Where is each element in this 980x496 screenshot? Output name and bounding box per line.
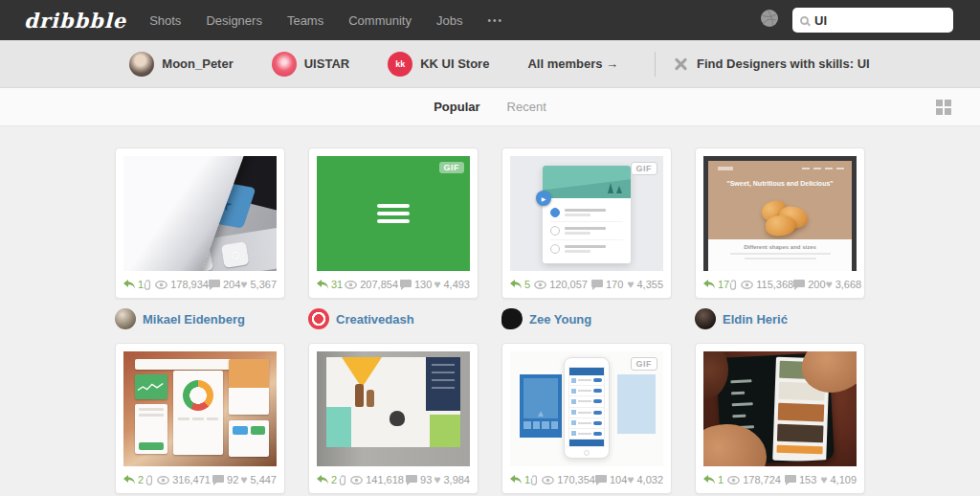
rebound-count[interactable]: 5 — [510, 279, 530, 290]
views-count[interactable]: 316,471 — [145, 474, 211, 485]
views-count[interactable]: 178,934 — [144, 279, 209, 290]
author-name[interactable]: Eldin Herić — [723, 312, 788, 327]
thumb-art — [578, 412, 591, 414]
shot-author[interactable]: Eldin Herić — [695, 308, 865, 329]
tab-popular[interactable]: Popular — [434, 100, 479, 114]
likes-count[interactable]: ♥3,984 — [434, 474, 470, 485]
views-count[interactable]: 207,854 — [345, 279, 398, 290]
author-name[interactable]: Mikael Eidenberg — [143, 312, 245, 327]
member-moon-peter[interactable]: Moon_Peter — [129, 52, 233, 77]
heart-icon: ♥ — [820, 474, 827, 485]
shot-stats: 1178,934204♥5,367 — [123, 279, 277, 290]
dribbble-logo[interactable]: dribbble — [24, 9, 126, 33]
views-count[interactable]: 115,368 — [729, 279, 793, 290]
nav-item-designers[interactable]: Designers — [206, 13, 262, 28]
author-avatar[interactable] — [308, 308, 329, 329]
rebound-count[interactable]: 1 — [703, 474, 724, 485]
comments-count[interactable]: 170 — [591, 279, 623, 290]
comments-count[interactable]: 130 — [400, 279, 432, 290]
likes-count[interactable]: ♥4,109 — [820, 474, 857, 485]
shot-author[interactable]: Creativedash — [308, 308, 479, 329]
nav-item-community[interactable]: Community — [348, 13, 412, 28]
thumb-art — [432, 379, 455, 381]
thumb-art — [565, 250, 590, 253]
author-avatar[interactable] — [501, 308, 523, 329]
shot-card[interactable]: GIF31207,854130♥4,493 — [308, 147, 479, 299]
shot-card[interactable]: 1178,724153♥4,109 — [695, 343, 865, 494]
thumb-art: Different shapes and sizes — [708, 244, 852, 250]
thumb-art — [390, 411, 405, 426]
comment-icon — [785, 475, 796, 485]
nav-item-teams[interactable]: Teams — [287, 13, 323, 28]
rebound-count[interactable]: 31 — [317, 279, 343, 290]
thumb-art — [732, 402, 753, 406]
member-uistar[interactable]: UISTAR — [272, 52, 349, 77]
member-kk-ui-store[interactable]: kkKK UI Store — [388, 52, 489, 77]
rebound-count[interactable]: 1 — [123, 279, 144, 290]
comments-count[interactable]: 104 — [595, 474, 627, 485]
shot-card[interactable]: ▲GIF1170,354104♥4,032 — [501, 343, 672, 494]
shot-card[interactable]: ★☁⚙1178,934204♥5,367 — [115, 147, 285, 299]
comments-count[interactable]: 204 — [209, 279, 240, 290]
thumb-art: "Sweet, Nutritious and Delicious" — [708, 180, 852, 187]
author-name[interactable]: Zee Young — [529, 312, 591, 327]
comments-count[interactable]: 200 — [793, 279, 825, 290]
thumb-art — [367, 390, 374, 407]
shot-stats: 5120,057170♥4,355 — [510, 279, 663, 290]
comments-count[interactable]: 93 — [406, 474, 432, 485]
author-name[interactable]: Creativedash — [336, 312, 414, 327]
all-members-link[interactable]: All members → — [527, 56, 618, 71]
shot-card[interactable]: 2316,47192♥5,447 — [115, 343, 285, 494]
shot-card[interactable]: ▶GIF5120,057170♥4,355 — [501, 147, 672, 299]
rebound-count[interactable]: 1 — [510, 474, 530, 485]
shot-thumbnail[interactable] — [123, 351, 277, 466]
likes-count[interactable]: ♥3,668 — [826, 279, 862, 290]
views-count[interactable]: 170,354 — [530, 474, 595, 485]
shot-card[interactable]: "Sweet, Nutritious and Delicious"Differe… — [695, 147, 865, 299]
comments-count[interactable]: 153 — [785, 474, 816, 485]
rebound-count[interactable]: 17 — [703, 279, 729, 290]
thumb-art: Different shapes and sizes — [708, 239, 852, 271]
likes-count[interactable]: ♥4,493 — [434, 279, 470, 290]
likes-count[interactable]: ♥4,032 — [627, 474, 663, 485]
shot-thumbnail[interactable]: ★☁⚙ — [123, 156, 277, 271]
rebound-count[interactable]: 2 — [123, 474, 144, 485]
nav-item-shots[interactable]: Shots — [149, 13, 181, 28]
thumb-art — [551, 421, 559, 429]
shot-thumbnail[interactable]: GIF — [317, 156, 470, 271]
eye-icon — [741, 281, 753, 289]
thumb-art: ⚙ — [221, 241, 249, 268]
thumb-art — [571, 378, 576, 383]
nav-item-jobs[interactable]: Jobs — [436, 13, 462, 28]
likes-count[interactable]: ♥5,367 — [240, 279, 277, 290]
likes-count[interactable]: ♥5,447 — [240, 474, 277, 485]
shot-thumbnail[interactable] — [703, 351, 857, 466]
find-designers-link[interactable]: Find Designers with skills: UI — [673, 56, 870, 72]
shot-thumbnail[interactable]: ▶GIF — [510, 156, 663, 271]
thumb-art — [593, 432, 602, 436]
views-count[interactable]: 178,724 — [727, 474, 781, 485]
nav-more-menu[interactable]: ••• — [487, 15, 503, 26]
views-count[interactable]: 141,618 — [339, 474, 404, 485]
comments-count[interactable]: 92 — [212, 474, 238, 485]
shot-thumbnail[interactable]: ▲GIF — [510, 351, 663, 466]
views-count[interactable]: 120,057 — [534, 279, 588, 290]
dribbble-ball-icon[interactable] — [760, 9, 779, 32]
shot-author[interactable]: Mikael Eidenberg — [115, 308, 285, 329]
shot-thumbnail[interactable] — [317, 351, 470, 466]
heart-icon: ♥ — [434, 474, 440, 485]
likes-count[interactable]: ♥4,355 — [627, 279, 663, 290]
rebound-icon — [123, 280, 135, 290]
rebound-count[interactable]: 2 — [317, 474, 337, 485]
shot-author[interactable]: Zee Young — [501, 308, 672, 329]
grid-view-icon[interactable] — [936, 100, 951, 115]
shot-thumbnail[interactable]: "Sweet, Nutritious and Delicious"Differe… — [703, 156, 857, 271]
thumb-art — [584, 450, 590, 456]
author-avatar[interactable] — [115, 308, 136, 329]
author-avatar[interactable] — [695, 308, 716, 329]
tab-recent[interactable]: Recent — [507, 100, 546, 114]
search-input[interactable] — [814, 13, 980, 28]
thumb-art: ▶ — [543, 166, 631, 263]
shot-card[interactable]: 2141,61893♥3,984 — [308, 343, 479, 494]
thumb-art — [229, 420, 269, 457]
